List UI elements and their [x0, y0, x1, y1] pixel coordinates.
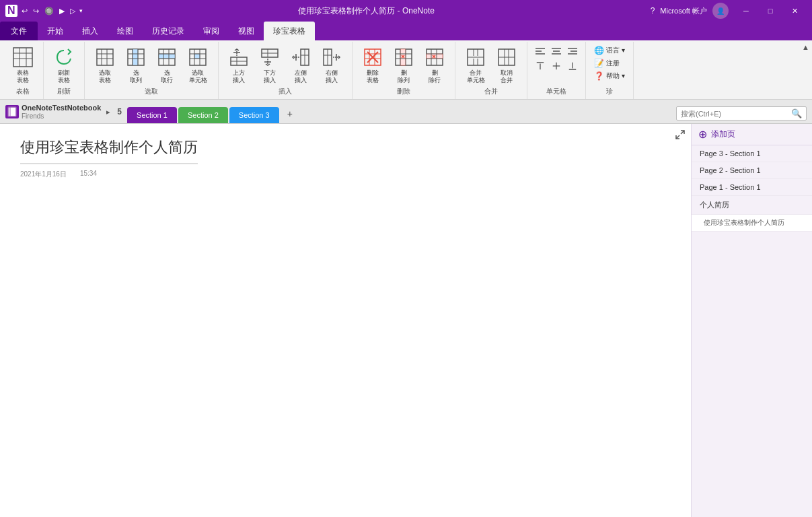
page-canvas: 使用珍宝表格制作个人简历 2021年1月16日 15:34 — [0, 124, 691, 517]
btn-delete-row[interactable]: 删除行 — [420, 44, 449, 86]
language-icon: 🌐 — [594, 46, 604, 55]
window-title: 使用珍宝表格制作个人简历 - OneNote — [83, 5, 651, 17]
notebook-info: OneNoteTestNotebook Firends ▸ 5 — [5, 104, 122, 123]
page-item-4[interactable]: 使用珍宝表格制作个人简历 — [692, 215, 812, 232]
help-icon-small: ❓ — [594, 71, 604, 81]
page-item-3-label: 个人简历 — [700, 201, 729, 209]
tab-review[interactable]: 审阅 — [194, 22, 229, 40]
btn-table-label: 表格表格 — [17, 69, 29, 84]
minimize-button[interactable]: ─ — [734, 0, 758, 22]
add-page-label: 添加页 — [711, 129, 735, 140]
avatar-icon[interactable]: 👤 — [712, 3, 729, 19]
btn-delete-table[interactable]: 删除表格 — [358, 44, 387, 86]
section-tab-3[interactable]: Section 3 — [229, 107, 279, 123]
ribbon-collapse-button[interactable]: ▲ — [802, 43, 809, 51]
group-refresh-items: 刷新表格 — [49, 43, 79, 87]
group-merge-label: 合并 — [484, 87, 498, 98]
insert-below-icon — [259, 46, 281, 68]
btn-valign-bottom[interactable] — [565, 59, 580, 73]
btn-select-row-label: 选取行 — [161, 69, 173, 84]
tab-insert[interactable]: 插入 — [73, 22, 108, 40]
tab-draw[interactable]: 绘图 — [108, 22, 143, 40]
right-panel: ⊕ 添加页 Page 3 - Section 1 Page 2 - Sectio… — [691, 124, 812, 517]
tab-table-tools[interactable]: 珍宝表格 — [264, 22, 315, 40]
tab-view[interactable]: 视图 — [229, 22, 264, 40]
btn-delete-col[interactable]: 删除列 — [389, 44, 418, 86]
btn-unmerge-label: 取消合并 — [501, 69, 513, 84]
chevron-up-icon: ▲ — [802, 43, 809, 51]
close-button[interactable]: ✕ — [782, 0, 807, 22]
section-tab-1[interactable]: Section 1 — [127, 107, 177, 123]
expand-button[interactable] — [675, 129, 686, 142]
page-item-1[interactable]: Page 2 - Section 1 — [692, 162, 812, 179]
qa-btn5[interactable]: ▷ — [69, 7, 77, 15]
refresh-icon — [53, 46, 75, 68]
group-tools: 🌐 语言 ▾ 📝 注册 ❓ 帮助 ▾ 珍 — [586, 42, 634, 99]
page-item-2[interactable]: Page 1 - Section 1 — [692, 179, 812, 196]
btn-select-col[interactable]: 选取列 — [121, 44, 151, 86]
btn-insert-below[interactable]: 下方插入 — [255, 44, 285, 86]
btn-select-col-label: 选取列 — [130, 69, 142, 84]
notebook-badge: 5 — [117, 107, 122, 116]
group-delete-items: 删除表格 删除列 删除行 — [358, 43, 449, 87]
tab-home[interactable]: 开始 — [38, 22, 73, 40]
btn-delete-col-label: 删除列 — [398, 69, 410, 84]
btn-insert-right[interactable]: 右侧插入 — [317, 44, 346, 86]
btn-valign-middle[interactable] — [549, 59, 564, 73]
btn-insert-above-label: 上方插入 — [233, 69, 245, 84]
page-item-3[interactable]: 个人简历 — [692, 196, 812, 215]
page-item-0[interactable]: Page 3 - Section 1 — [692, 145, 812, 162]
qa-btn3[interactable]: 🔘 — [43, 7, 55, 15]
select-col-icon — [125, 46, 147, 68]
btn-valign-top[interactable] — [533, 59, 548, 73]
group-delete: 删除表格 删除列 删除行 删除 — [353, 42, 455, 99]
title-bar: N ↩ ↪ 🔘 ▶ ▷ ▾ 使用珍宝表格制作个人简历 - OneNote ? M… — [0, 0, 812, 22]
qa-btn4[interactable]: ▶ — [58, 7, 66, 15]
add-section-button[interactable]: + — [281, 104, 299, 123]
btn-insert-above[interactable]: 上方插入 — [224, 44, 254, 86]
page-title[interactable]: 使用珍宝表格制作个人简历 — [20, 137, 198, 164]
btn-delete-row-label: 删除行 — [429, 69, 441, 84]
btn-refresh[interactable]: 刷新表格 — [49, 44, 79, 86]
restore-button[interactable]: □ — [758, 0, 782, 22]
group-insert-label: 插入 — [279, 87, 292, 98]
unmerge-icon — [496, 46, 517, 68]
btn-unmerge[interactable]: 取消合并 — [492, 44, 521, 86]
btn-select-cell[interactable]: 选取单元格 — [183, 44, 213, 86]
page-date-value: 2021年1月16日 — [20, 170, 67, 179]
group-table: 表格表格 表格 — [3, 42, 44, 99]
qa-save[interactable]: ↩ — [20, 7, 29, 15]
btn-table[interactable]: 表格表格 — [8, 44, 38, 86]
group-select: 选取表格 选取列 选取行 选取单元格 选取 — [85, 42, 219, 99]
btn-select-table[interactable]: 选取表格 — [90, 44, 120, 86]
btn-select-table-label: 选取表格 — [99, 69, 111, 84]
search-input[interactable] — [681, 110, 788, 118]
btn-merge[interactable]: 合并单元格 — [461, 44, 490, 86]
section-tab-2[interactable]: Section 2 — [178, 107, 228, 123]
tab-history[interactable]: 历史记录 — [143, 22, 194, 40]
btn-align-center[interactable] — [549, 44, 564, 58]
qa-redo[interactable]: ↪ — [32, 7, 40, 15]
btn-align-right[interactable] — [565, 44, 580, 58]
notebook-name[interactable]: OneNoteTestNotebook — [22, 104, 101, 112]
btn-select-row[interactable]: 选取行 — [152, 44, 182, 86]
group-refresh-label: 刷新 — [57, 87, 71, 98]
notebook-expand-icon[interactable]: ▸ — [104, 108, 113, 116]
page-date: 2021年1月16日 15:34 — [20, 170, 671, 179]
tab-file[interactable]: 文件 — [0, 22, 38, 40]
btn-select-cell-label: 选取单元格 — [189, 69, 207, 84]
group-cell-label: 单元格 — [546, 87, 566, 98]
group-table-label: 表格 — [16, 87, 30, 98]
btn-language[interactable]: 🌐 语言 ▾ — [591, 44, 628, 57]
btn-register[interactable]: 📝 注册 — [591, 57, 622, 69]
notebook-sub: Firends — [22, 112, 101, 120]
add-page-button[interactable]: ⊕ 添加页 — [692, 124, 812, 145]
svg-rect-23 — [194, 54, 200, 59]
btn-help[interactable]: ❓ 帮助 ▾ — [591, 70, 628, 82]
btn-align-left[interactable] — [533, 44, 548, 58]
help-button[interactable]: ? — [651, 6, 655, 15]
insert-right-icon — [321, 46, 342, 68]
search-icon[interactable]: 🔍 — [791, 108, 802, 118]
btn-insert-left[interactable]: 左侧插入 — [286, 44, 316, 86]
account-label[interactable]: Microsoft 帐户 — [660, 6, 707, 16]
